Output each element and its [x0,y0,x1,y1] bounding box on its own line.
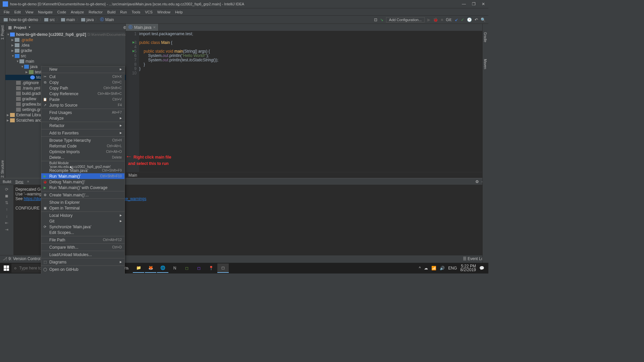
cm-copy-path[interactable]: Copy PathCtrl+Shift+C [41,85,124,91]
code-area[interactable]: import test.packagename.test; public cla… [139,31,488,172]
cm-synchronize[interactable]: ⟳Synchronize 'Main.java' [41,224,124,230]
cm-compare-with[interactable]: Compare With...Ctrl+D [41,244,124,250]
explorer-icon[interactable]: 📁 [133,263,144,273]
run-button[interactable]: ▶ [427,17,430,22]
menu-vcs[interactable]: VCS [143,9,155,15]
cm-load-unload-modules[interactable]: Load/Unload Modules... [41,252,124,257]
menu-refactor[interactable]: Refactor [87,9,105,15]
crumb-file[interactable]: ⓒMain [99,17,115,22]
prev-icon[interactable]: ⇤ [5,221,8,225]
git-history-button[interactable]: 🕑 [467,17,472,22]
menu-run[interactable]: Run [118,9,129,15]
clock[interactable]: 5:22 PM 8/2/2019 [460,264,476,272]
wifi-icon[interactable]: 📶 [431,266,436,270]
menu-help[interactable]: Help [173,9,185,15]
menu-view[interactable]: View [23,9,36,15]
cm-recompile[interactable]: Recompile 'Main.java'Ctrl+Shift+F9 [41,168,124,173]
intellij-icon[interactable]: ◻ [217,263,229,273]
build-icon[interactable]: ↘ [380,17,383,22]
settings-icon[interactable]: ⚙ [475,179,479,184]
menu-code[interactable]: Code [55,9,68,15]
structure-tool-tab[interactable]: 2: Structure [0,159,5,179]
cm-add-to-favorites[interactable]: Add to Favorites▶ [41,130,124,136]
cm-file-path[interactable]: File PathCtrl+Alt+F12 [41,237,124,243]
crumb-main[interactable]: main [60,17,76,22]
search-button[interactable]: 🔍 [481,17,486,22]
crumb-src[interactable]: src [43,17,56,22]
git-revert-button[interactable]: ↶ [475,17,478,22]
stop-button[interactable]: ■ [441,17,443,22]
add-configuration-button[interactable]: Add Configuration... [386,17,425,22]
cm-copy-reference[interactable]: Copy ReferenceCtrl+Alt+Shift+C [41,91,124,97]
build-tab[interactable]: Build: [3,180,12,184]
target-icon[interactable]: ⊡ [374,17,377,22]
tray-chevron-icon[interactable]: ^ [419,266,421,270]
cm-run-main[interactable]: ▶Run 'Main.main()'Ctrl+Shift+F10 [41,173,124,179]
cm-edit-scopes[interactable]: Edit Scopes... [41,230,124,235]
close-button[interactable]: ✕ [481,2,486,6]
project-tool-tab[interactable]: 1: Project [0,24,5,41]
cm-git[interactable]: Git▶ [41,218,124,224]
cm-build-module[interactable]: Build Module 'scse.ntu.edu.sg.cz2002_fsp… [41,162,124,168]
menu-navigate[interactable]: Navigate [36,9,54,15]
menu-file[interactable]: File [2,9,12,15]
cm-local-history[interactable]: Local History▶ [41,213,124,218]
cm-browse-type-hierarchy[interactable]: Browse Type HierarchyCtrl+H [41,137,124,143]
start-button[interactable] [1,263,11,273]
down-icon[interactable]: ↓ [6,214,8,219]
cm-delete[interactable]: Delete...Delete [41,155,124,160]
cm-find-usages[interactable]: Find UsagesAlt+F7 [41,110,124,115]
cm-refactor[interactable]: Refactor▶ [41,123,124,128]
cm-analyze[interactable]: Analyze▶ [41,115,124,121]
twitch-icon[interactable]: ◻ [193,263,205,273]
stop-icon[interactable]: ⏹ [5,194,9,198]
cm-run-coverage[interactable]: ▶Run 'Main.main()' with Coverage [41,185,124,190]
notifications-icon[interactable]: 💬 [479,266,484,270]
cm-copy[interactable]: ⧉CopyCtrl+C [41,79,124,85]
gradle-tool-tab[interactable]: Gradle [483,31,488,44]
run-gutter-icon[interactable]: ▶ [132,49,135,53]
filter-icon[interactable]: ⇅ [5,200,8,205]
maximize-button[interactable]: ❐ [471,2,476,6]
menu-window[interactable]: Window [155,9,172,15]
editor-content[interactable]: 1 345678910 ▶ ▶ import test.packagename.… [126,31,488,172]
menu-tools[interactable]: Tools [129,9,142,15]
cm-optimize-imports[interactable]: Optimize ImportsCtrl+Alt+O [41,149,124,155]
cm-reformat-code[interactable]: Reformat CodeCtrl+Alt+L [41,143,124,149]
menu-edit[interactable]: Edit [12,9,23,15]
up-icon[interactable]: ↑ [6,207,8,212]
git-update-button[interactable]: ↙ [455,17,458,22]
docs-link[interactable]: https://doc [24,196,42,201]
menu-build[interactable]: Build [105,9,117,15]
cm-create-gist[interactable]: ◯Create Gist... [41,272,124,274]
maven-tool-tab[interactable]: Maven [483,57,488,71]
onedrive-icon[interactable]: ☁ [424,266,428,270]
cm-new[interactable]: New▶ [41,66,124,72]
git-commit-button[interactable]: ✓ [461,17,464,22]
minecraft-icon[interactable]: ◻ [181,263,193,273]
language-indicator[interactable]: ENG [448,266,457,270]
dropdown-arrow-icon[interactable]: ▼ [28,26,31,29]
debug-button[interactable]: 🐞 [433,17,438,22]
project-title[interactable]: Project [14,25,26,29]
cm-diagrams[interactable]: ⬚Diagrams▶ [41,259,124,265]
cm-paste[interactable]: 📋PasteCtrl+V [41,97,124,102]
cm-debug-main[interactable]: 🐞Debug 'Main.main()' [41,179,124,185]
location-icon[interactable]: 📍 [205,263,217,273]
run-gutter-icon[interactable]: ▶ [132,41,135,44]
cm-open-on-github[interactable]: ◯Open on GitHub [41,266,124,272]
menu-analyze[interactable]: Analyze [69,9,86,15]
volume-icon[interactable]: 🔊 [440,266,445,270]
cm-create-config[interactable]: ⚙Create 'Main.main()'... [41,192,124,198]
version-control-tab[interactable]: ⎇ 9: Version Control [3,256,41,261]
close-tab-icon[interactable]: ✕ [27,180,30,183]
next-icon[interactable]: ⇥ [5,227,8,232]
crumb-project[interactable]: how-to-git-demo [3,17,39,22]
firefox-icon[interactable]: 🦊 [145,263,156,273]
sync-tab[interactable]: Sync [15,180,23,184]
cm-jump-to-source[interactable]: ↗Jump to SourceF4 [41,102,124,108]
project-dropdown-icon[interactable]: ▦ [8,25,12,30]
refresh-icon[interactable]: ⟳ [5,187,8,192]
minimize-button[interactable]: — [462,2,466,6]
notion-icon[interactable]: N [169,263,180,273]
